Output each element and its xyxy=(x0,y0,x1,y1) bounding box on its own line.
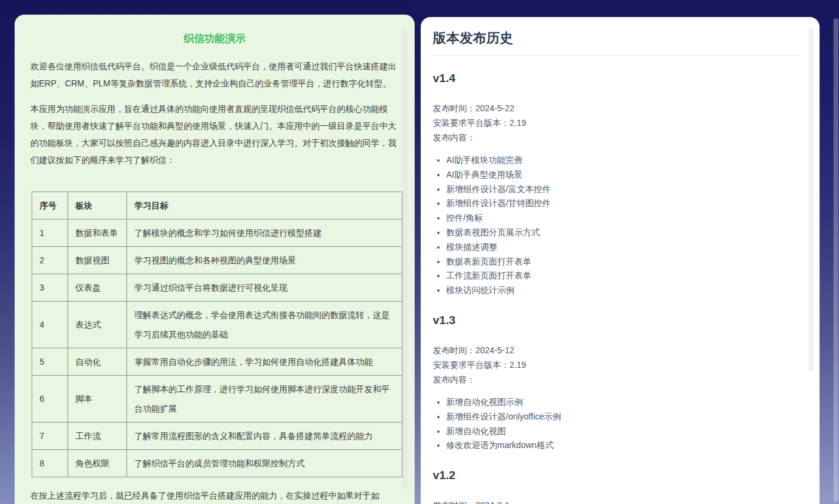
release-item: 数据表新页面打开表单 xyxy=(446,255,799,269)
release-item: AI助手典型使用场景 xyxy=(446,168,799,182)
release-meta-line: 发布时间：2024-2-1 xyxy=(433,498,799,504)
release-meta: 发布时间：2024-5-22安装要求平台版本：2.19发布内容： xyxy=(433,101,799,145)
release-meta-line: 发布时间：2024-5-22 xyxy=(433,101,799,116)
release-item: 模块描述调整 xyxy=(446,240,799,255)
table-cell: 掌握常用自动化步骤的用法，学习如何使用自动化搭建具体功能 xyxy=(127,348,402,376)
right-panel-scrollbar[interactable] xyxy=(809,27,813,371)
learning-path-table: 序号板块学习目标 1数据和表单了解模块的概念和学习如何使用织信进行模型搭建2数据… xyxy=(32,192,402,477)
table-cell: 了解常用流程图形的含义和配置内容，具备搭建简单流程的能力 xyxy=(127,423,402,450)
table-cell: 8 xyxy=(32,450,68,477)
table-cell: 理解表达式的概念，学会使用表达式衔接各功能间的数据流转，这是学习后续其他功能的基… xyxy=(127,302,402,348)
release-item: 数据表视图分页展示方式 xyxy=(446,226,799,240)
release-meta-line: 发布时间：2024-5-12 xyxy=(433,343,799,357)
table-cell: 工作流 xyxy=(68,423,127,450)
release-item: 修改欢迎语为markdown格式 xyxy=(446,438,799,453)
table-cell: 6 xyxy=(32,376,68,423)
table-row: 4表达式理解表达式的概念，学会使用表达式衔接各功能间的数据流转，这是学习后续其他… xyxy=(32,302,402,348)
table-header-cell: 学习目标 xyxy=(127,192,402,219)
release-meta-line: 安装要求平台版本：2.19 xyxy=(433,116,799,130)
table-cell: 学习视图的概念和各种视图的典型使用场景 xyxy=(127,247,402,274)
release-meta-line: 发布内容： xyxy=(433,130,799,145)
table-cell: 5 xyxy=(32,348,68,376)
release-item: AI助手模块功能完善 xyxy=(446,153,799,168)
table-header-cell: 序号 xyxy=(32,192,68,219)
left-panel-scrollbar[interactable] xyxy=(402,27,407,489)
release-history-title: 版本发布历史 xyxy=(433,29,799,56)
table-cell: 2 xyxy=(32,247,68,274)
table-row: 5自动化掌握常用自动化步骤的用法，学习如何使用自动化搭建具体功能 xyxy=(32,348,402,376)
table-cell: 表达式 xyxy=(68,302,127,348)
release-meta: 发布时间：2024-5-12安装要求平台版本：2.19发布内容： xyxy=(433,343,799,387)
table-header-cell: 板块 xyxy=(68,192,127,219)
table-cell: 4 xyxy=(32,302,68,348)
table-row: 8角色权限了解织信平台的成员管理功能和权限控制方式 xyxy=(32,450,402,477)
table-cell: 学习通过织信平台将数据进行可视化呈现 xyxy=(127,274,402,302)
release-item: 新增组件设计器/onlyoffice示例 xyxy=(446,410,799,424)
footer-paragraph: 在按上述流程学习后，就已经具备了使用织信平台搭建应用的能力，在实操过程中如果对于… xyxy=(30,487,399,504)
table-row: 3仪表盘学习通过织信平台将数据进行可视化呈现 xyxy=(32,274,402,302)
page-title: 织信功能演示 xyxy=(30,32,399,46)
table-cell: 数据和表单 xyxy=(68,219,127,247)
table-cell: 脚本 xyxy=(68,376,127,423)
release-item-list: AI助手模块功能完善AI助手典型使用场景新增组件设计器/富文本控件新增组件设计器… xyxy=(433,153,799,298)
table-cell: 了解模块的概念和学习如何使用织信进行模型搭建 xyxy=(127,219,402,247)
release-meta-line: 安装要求平台版本：2.19 xyxy=(433,357,799,372)
release-item: 新增组件设计器/富文本控件 xyxy=(446,182,799,197)
version-heading: v1.2 xyxy=(433,468,799,483)
table-cell: 自动化 xyxy=(68,348,127,376)
release-item: 工作流新页面打开表单 xyxy=(446,269,799,283)
table-row: 6脚本了解脚本的工作原理，进行学习如何使用脚本进行深度功能开发和平台功能扩展 xyxy=(32,376,402,423)
release-item-list: 新增自动化视图示例新增组件设计器/onlyoffice示例新增自动化视图修改欢迎… xyxy=(433,395,799,453)
release-item: 新增组件设计器/甘特图控件 xyxy=(446,196,799,211)
table-row: 1数据和表单了解模块的概念和学习如何使用织信进行模型搭建 xyxy=(32,219,402,247)
release-item: 模块访问统计示例 xyxy=(446,283,799,298)
table-row: 7工作流了解常用流程图形的含义和配置内容，具备搭建简单流程的能力 xyxy=(32,423,402,450)
table-cell: 了解织信平台的成员管理功能和权限控制方式 xyxy=(127,450,402,477)
intro-paragraph-2: 本应用为功能演示应用，旨在通过具体的功能向使用者直观的呈现织信低代码平台的核心功… xyxy=(30,100,399,168)
release-meta: 发布时间：2024-2-1安装要求平台版本：2.19 xyxy=(433,498,799,504)
page-scrollbar[interactable] xyxy=(834,18,838,502)
table-cell: 仪表盘 xyxy=(68,274,127,302)
intro-paragraph-1: 欢迎各位使用织信低代码平台。织信是一个企业级低代码平台，使用者可通过我们平台快速… xyxy=(30,58,399,92)
table-cell: 角色权限 xyxy=(68,450,127,477)
table-cell: 了解脚本的工作原理，进行学习如何使用脚本进行深度功能开发和平台功能扩展 xyxy=(127,376,402,423)
release-meta-line: 发布内容： xyxy=(433,372,799,387)
table-row: 2数据视图学习视图的概念和各种视图的典型使用场景 xyxy=(32,247,402,274)
release-item: 控件/角标 xyxy=(446,211,799,226)
table-cell: 1 xyxy=(32,219,68,247)
release-sections: v1.4发布时间：2024-5-22安装要求平台版本：2.19发布内容：AI助手… xyxy=(433,71,799,504)
table-cell: 7 xyxy=(32,423,68,450)
demo-doc-panel: 织信功能演示 欢迎各位使用织信低代码平台。织信是一个企业级低代码平台，使用者可通… xyxy=(15,15,415,504)
release-item: 新增自动化视图示例 xyxy=(446,395,799,410)
version-heading: v1.4 xyxy=(433,71,799,86)
version-heading: v1.3 xyxy=(433,312,799,328)
release-history-panel: 版本发布历史 v1.4发布时间：2024-5-22安装要求平台版本：2.19发布… xyxy=(421,17,820,504)
table-cell: 数据视图 xyxy=(68,247,127,274)
release-item: 新增自动化视图 xyxy=(446,424,799,439)
table-header-row: 序号板块学习目标 xyxy=(32,192,402,219)
table-cell: 3 xyxy=(32,274,68,302)
